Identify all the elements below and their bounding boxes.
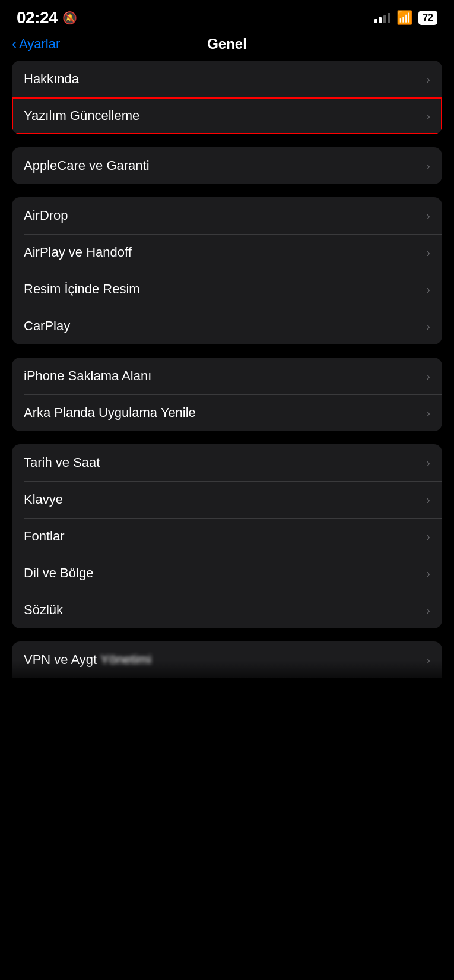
chevron-right-icon: › [426, 530, 430, 543]
chevron-right-icon: › [426, 603, 430, 617]
chevron-right-icon: › [426, 159, 430, 173]
chevron-right-icon: › [426, 209, 430, 223]
row-carplay[interactable]: CarPlay › [12, 308, 442, 344]
row-applecare-label: AppleCare ve Garanti [24, 158, 150, 173]
row-hakkinda-label: Hakkında [24, 71, 79, 87]
row-applecare[interactable]: AppleCare ve Garanti › [12, 147, 442, 184]
row-carplay-label: CarPlay [24, 318, 70, 334]
row-fontlar[interactable]: Fontlar › [12, 518, 442, 555]
nav-bar: ‹ Ayarlar Genel [0, 32, 454, 61]
settings-content: Hakkında › Yazılım Güncelleme › AppleCar… [0, 61, 454, 678]
row-fontlar-label: Fontlar [24, 529, 64, 544]
settings-group-1: Hakkında › Yazılım Güncelleme › [12, 61, 442, 134]
battery-level: 72 [423, 12, 433, 23]
row-dil-bolge-label: Dil ve Bölge [24, 565, 93, 581]
row-resim-icinde-resim-label: Resim İçinde Resim [24, 282, 140, 297]
row-dil-bolge[interactable]: Dil ve Bölge › [12, 555, 442, 592]
chevron-right-icon: › [426, 320, 430, 333]
settings-group-partial: VPN ve Aygt Yönetimi › [12, 641, 442, 678]
battery-indicator: 72 [418, 11, 437, 25]
row-tarih-saat[interactable]: Tarih ve Saat › [12, 444, 442, 481]
chevron-right-icon: › [426, 283, 430, 296]
row-yazilim-guncelleme[interactable]: Yazılım Güncelleme › [12, 97, 442, 134]
chevron-right-icon: › [426, 246, 430, 260]
chevron-right-icon: › [426, 109, 430, 123]
row-klavye-label: Klavye [24, 492, 63, 507]
bell-icon: 🔕 [62, 11, 77, 25]
row-resim-icinde-resim[interactable]: Resim İçinde Resim › [12, 271, 442, 308]
row-airplay-handoff[interactable]: AirPlay ve Handoff › [12, 234, 442, 271]
row-airdrop-label: AirDrop [24, 208, 68, 223]
chevron-right-icon: › [426, 406, 430, 420]
row-airdrop[interactable]: AirDrop › [12, 197, 442, 234]
wifi-icon: 📶 [396, 10, 412, 26]
row-arka-planda-label: Arka Planda Uygulama Yenile [24, 405, 196, 421]
row-yazilim-guncelleme-label: Yazılım Güncelleme [24, 108, 139, 124]
settings-group-4: iPhone Saklama Alanı › Arka Planda Uygul… [12, 358, 442, 431]
status-icons: 📶 72 [374, 10, 437, 26]
settings-group-2: AppleCare ve Garanti › [12, 147, 442, 184]
page-title: Genel [207, 36, 247, 52]
row-iphone-saklama[interactable]: iPhone Saklama Alanı › [12, 358, 442, 394]
row-iphone-saklama-label: iPhone Saklama Alanı [24, 368, 151, 384]
row-hakkinda[interactable]: Hakkında › [12, 61, 442, 97]
chevron-right-icon: › [426, 72, 430, 86]
back-button[interactable]: ‹ Ayarlar [12, 36, 60, 52]
row-vpn-partial[interactable]: VPN ve Aygt Yönetimi › [12, 641, 442, 678]
chevron-left-icon: ‹ [12, 36, 17, 52]
chevron-right-icon: › [426, 567, 430, 580]
chevron-right-icon: › [426, 493, 430, 507]
row-tarih-saat-label: Tarih ve Saat [24, 455, 100, 470]
chevron-right-icon: › [426, 369, 430, 383]
back-label[interactable]: Ayarlar [19, 36, 60, 52]
row-sozluk-label: Sözlük [24, 602, 63, 618]
row-airplay-handoff-label: AirPlay ve Handoff [24, 245, 132, 260]
status-time: 02:24 [17, 8, 58, 27]
row-vpn-partial-label: VPN ve Aygt Yönetimi [24, 652, 151, 668]
chevron-right-icon: › [426, 456, 430, 470]
status-bar: 02:24 🔕 📶 72 [0, 0, 454, 32]
row-arka-planda[interactable]: Arka Planda Uygulama Yenile › [12, 394, 442, 431]
row-sozluk[interactable]: Sözlük › [12, 592, 442, 628]
blurred-text: Yönetimi [100, 652, 151, 668]
row-klavye[interactable]: Klavye › [12, 481, 442, 518]
settings-group-3: AirDrop › AirPlay ve Handoff › Resim İçi… [12, 197, 442, 344]
chevron-right-icon: › [426, 653, 430, 667]
settings-group-5: Tarih ve Saat › Klavye › Fontlar › Dil v… [12, 444, 442, 628]
signal-bars-icon [374, 12, 391, 23]
